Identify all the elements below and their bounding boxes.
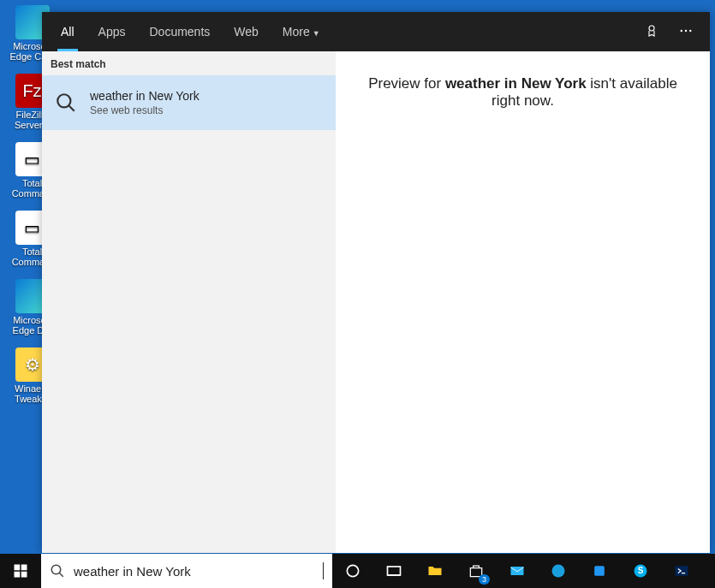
app-icon[interactable] <box>579 554 620 588</box>
ellipsis-icon[interactable] <box>669 23 703 41</box>
cortana-icon[interactable] <box>332 554 373 588</box>
svg-rect-11 <box>388 567 401 575</box>
taskbar: 3 S <box>0 554 715 588</box>
taskbar-search[interactable] <box>41 554 332 588</box>
search-input[interactable] <box>74 564 314 579</box>
svg-text:S: S <box>638 566 644 575</box>
svg-point-10 <box>347 565 358 576</box>
section-best-match: Best match <box>42 51 336 75</box>
tab-more[interactable]: More▼ <box>271 12 332 51</box>
result-subtitle: See web results <box>90 104 200 116</box>
result-title: weather in New York <box>90 89 200 103</box>
result-item[interactable]: weather in New York See web results <box>42 75 336 130</box>
text-caret <box>323 562 324 579</box>
start-button[interactable] <box>0 554 41 588</box>
results-list: Best match weather in New York See web r… <box>42 51 336 553</box>
mail-icon[interactable] <box>497 554 538 588</box>
svg-rect-8 <box>21 572 27 578</box>
svg-point-13 <box>552 565 565 578</box>
svg-rect-6 <box>21 565 27 571</box>
svg-rect-7 <box>15 572 21 578</box>
tab-all[interactable]: All <box>49 12 86 51</box>
search-tabs: All Apps Documents Web More▼ <box>42 12 710 51</box>
svg-point-9 <box>51 565 61 574</box>
search-icon <box>50 563 65 579</box>
svg-rect-5 <box>15 565 21 571</box>
edge-icon[interactable] <box>538 554 579 588</box>
chevron-down-icon: ▼ <box>313 29 320 38</box>
svg-rect-12 <box>511 567 524 575</box>
powershell-icon[interactable] <box>661 554 702 588</box>
svg-point-2 <box>685 29 687 31</box>
svg-point-4 <box>57 94 70 107</box>
svg-point-0 <box>649 26 654 31</box>
svg-point-1 <box>681 29 682 31</box>
task-view-icon[interactable] <box>373 554 414 588</box>
svg-rect-14 <box>594 566 605 576</box>
svg-point-3 <box>689 29 691 31</box>
tab-apps[interactable]: Apps <box>86 12 138 51</box>
tab-web[interactable]: Web <box>222 12 271 51</box>
search-icon <box>54 91 78 115</box>
store-icon[interactable]: 3 <box>456 554 497 588</box>
search-flyout: All Apps Documents Web More▼ Best match … <box>42 12 710 553</box>
tab-documents[interactable]: Documents <box>137 12 222 51</box>
preview-panel: Preview for weather in New York isn't av… <box>336 51 710 553</box>
file-explorer-icon[interactable] <box>414 554 456 588</box>
rewards-icon[interactable] <box>635 23 669 41</box>
skype-icon[interactable]: S <box>620 554 661 588</box>
store-badge: 3 <box>479 574 490 585</box>
